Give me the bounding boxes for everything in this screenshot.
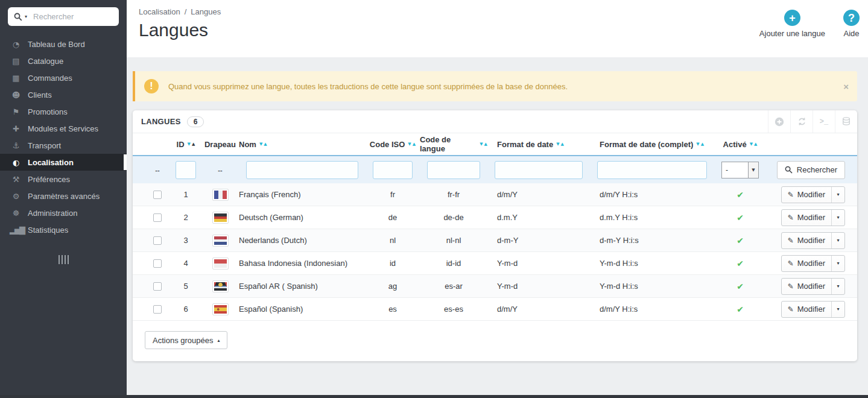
row-checkbox[interactable] [153, 213, 162, 222]
breadcrumb-separator: / [185, 7, 187, 16]
cell-language-code: es-es [420, 305, 487, 314]
modifier-dropdown-caret[interactable]: ▾ [831, 279, 844, 294]
catalogue-icon: ▤ [10, 57, 21, 66]
bulk-actions-button[interactable]: Actions groupées ▴ [145, 331, 227, 349]
row-checkbox[interactable] [153, 236, 162, 245]
search-input[interactable] [33, 12, 113, 21]
modifier-button[interactable]: ✎Modifier ▾ [781, 255, 845, 272]
cell-id: 1 [170, 190, 201, 199]
terminal-icon[interactable]: >_ [813, 110, 835, 133]
filter-input-format-date[interactable] [495, 161, 583, 179]
database-icon[interactable] [835, 110, 857, 133]
cell-date-format: Y-m-d [487, 282, 590, 291]
magnifier-icon [785, 166, 793, 174]
clients-icon: ☻ [10, 90, 21, 100]
row-checkbox[interactable] [153, 191, 162, 199]
cell-iso-code: es [366, 305, 420, 314]
table-filter-row: -- -- - ▼ [133, 155, 857, 183]
row-checkbox[interactable] [153, 282, 162, 291]
column-header-code[interactable]: Code de langue ▼▲ [420, 135, 487, 153]
sidebar-item-parametres-avances[interactable]: ⚙ Paramètres avancés [0, 188, 127, 204]
table-row: 2 Deutsch (German) de de-de d.m.Y d.m.Y … [133, 206, 857, 229]
sidebar-item-promotions[interactable]: ⚑ Promotions [0, 103, 127, 120]
row-checkbox[interactable] [153, 259, 162, 268]
modifier-dropdown-caret[interactable]: ▾ [831, 187, 844, 203]
column-header-nom[interactable]: Nom ▼▲ [239, 140, 366, 149]
help-button[interactable]: ? Aide [843, 10, 860, 38]
sidebar-item-modules-et-services[interactable]: ✚ Modules et Services [0, 120, 127, 137]
sidebar-item-statistiques[interactable]: ▂▅▇ Statistiques [0, 221, 127, 238]
cell-name: Deutsch (German) [239, 213, 366, 222]
breadcrumb-section[interactable]: Localisation [139, 7, 180, 16]
refresh-icon[interactable] [790, 110, 813, 133]
pencil-icon: ✎ [788, 259, 794, 268]
modifier-dropdown-caret[interactable]: ▾ [831, 302, 844, 317]
add-language-button[interactable]: + Ajouter une langue [759, 10, 825, 38]
row-checkbox[interactable] [153, 305, 162, 314]
parametres-avances-icon: ⚙ [10, 192, 21, 201]
cell-date-format-full: d/m/Y H:i:s [590, 190, 714, 199]
filter-input-format-date-complet[interactable] [597, 161, 707, 179]
column-header-active[interactable]: Activé ▼▲ [714, 140, 766, 149]
column-header-iso[interactable]: Code ISO ▼▲ [366, 140, 420, 149]
sidebar-item-administration[interactable]: ☸ Administration [0, 204, 127, 221]
search-scope-caret-icon[interactable]: ▾ [25, 14, 27, 19]
filter-input-code-langue[interactable] [427, 161, 480, 179]
sidebar-search[interactable]: ▾ [8, 7, 119, 26]
sidebar-item-tableau-de-bord[interactable]: ◔ Tableau de Bord [0, 36, 127, 52]
modifier-dropdown-caret[interactable]: ▾ [831, 256, 844, 271]
sort-icons[interactable]: ▼▲ [750, 142, 758, 147]
sidebar-item-transport[interactable]: ⚓ Transport [0, 137, 127, 154]
filter-select-active[interactable]: - ▼ [721, 162, 759, 178]
cell-date-format: d/m/Y [487, 305, 590, 314]
sort-icons[interactable]: ▼▲ [188, 142, 195, 147]
warning-alert: ! Quand vous supprimez une langue, toute… [133, 71, 857, 101]
filter-input-id[interactable] [176, 161, 196, 179]
flag-germany-icon [214, 213, 227, 222]
sort-icons[interactable]: ▼▲ [259, 142, 267, 147]
modifier-dropdown-caret[interactable]: ▾ [831, 210, 844, 226]
modifier-button[interactable]: ✎Modifier ▾ [781, 301, 845, 318]
filter-input-code-iso[interactable] [373, 161, 413, 179]
question-icon: ? [843, 10, 860, 26]
modifier-button[interactable]: ✎Modifier ▾ [781, 278, 845, 295]
modifier-button[interactable]: ✎Modifier ▾ [781, 209, 845, 226]
modifier-dropdown-caret[interactable]: ▾ [831, 233, 844, 248]
panel-footer: Actions groupées ▴ [133, 321, 857, 361]
sidebar-item-catalogue[interactable]: ▤ Catalogue [0, 52, 127, 69]
sort-icons[interactable]: ▼▲ [408, 142, 416, 147]
transport-icon: ⚓ [10, 141, 21, 150]
panel-title: LANGUES [141, 117, 181, 126]
plus-icon: + [784, 10, 800, 26]
statistiques-icon: ▂▅▇ [10, 226, 21, 235]
column-header-date[interactable]: Format de date ▼▲ [487, 140, 590, 149]
page-title: Langues [139, 20, 860, 40]
modifier-button[interactable]: ✎Modifier ▾ [781, 186, 845, 203]
add-new-icon[interactable] [768, 110, 790, 133]
bottom-bar [0, 395, 868, 398]
column-header-datefull[interactable]: Format de date (complet) ▼▲ [590, 140, 714, 149]
sidebar-collapse-handle[interactable] [55, 255, 71, 264]
modifier-button[interactable]: ✎Modifier ▾ [781, 232, 845, 249]
close-icon[interactable]: × [843, 81, 849, 92]
sidebar-item-localisation[interactable]: ◐ Localisation [0, 154, 127, 171]
modules-et-services-icon: ✚ [10, 124, 21, 133]
panel-header: LANGUES 6 [133, 110, 857, 133]
column-header-id[interactable]: ID ▼▲ [170, 140, 201, 149]
sidebar-item-preferences[interactable]: ⚒ Préférences [0, 171, 127, 188]
cell-date-format: d-m-Y [487, 236, 590, 245]
cell-name: Español AR ( Spanish) [239, 282, 366, 291]
column-header-flag[interactable]: Drapeau [201, 140, 239, 149]
sort-icons[interactable]: ▼▲ [696, 142, 704, 147]
pencil-icon: ✎ [788, 282, 794, 291]
sidebar-item-clients[interactable]: ☻ Clients [0, 86, 127, 103]
flag-netherlands-icon [214, 236, 227, 245]
sort-icons[interactable]: ▼▲ [556, 142, 564, 147]
sort-icons[interactable]: ▼▲ [480, 142, 487, 147]
cell-iso-code: ag [366, 282, 420, 291]
table-row: 6 Español (Spanish) es es-es d/m/Y d/m/Y… [133, 298, 857, 321]
sidebar-item-commandes[interactable]: ▦ Commandes [0, 69, 127, 86]
flag-indonesia-icon [214, 259, 227, 268]
filter-input-nom[interactable] [246, 161, 358, 179]
search-filter-button[interactable]: Rechercher [777, 161, 845, 179]
